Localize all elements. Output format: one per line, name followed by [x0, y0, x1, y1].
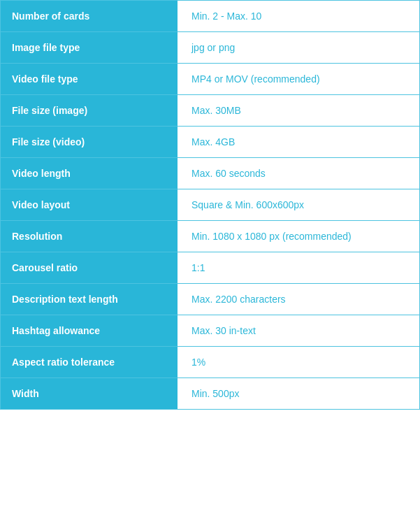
- cell-value: jpg or png: [178, 32, 419, 63]
- specs-table: Number of cardsMin. 2 - Max. 10Image fil…: [0, 0, 420, 410]
- cell-value: 1%: [178, 347, 419, 377]
- table-row: Description text lengthMax. 2200 charact…: [1, 284, 419, 315]
- cell-label: Number of cards: [1, 1, 178, 31]
- cell-label: Carousel ratio: [1, 252, 178, 283]
- table-row: ResolutionMin. 1080 x 1080 px (recommend…: [1, 221, 419, 252]
- table-row: Carousel ratio1:1: [1, 252, 419, 284]
- table-row: File size (image)Max. 30MB: [1, 95, 419, 127]
- cell-value: 1:1: [178, 252, 419, 283]
- cell-value: Max. 60 seconds: [178, 158, 419, 189]
- table-row: Hashtag allowanceMax. 30 in-text: [1, 315, 419, 347]
- cell-label: File size (video): [1, 127, 178, 157]
- table-row: Number of cardsMin. 2 - Max. 10: [1, 1, 419, 32]
- table-row: File size (video)Max. 4GB: [1, 127, 419, 158]
- cell-value: Max. 30 in-text: [178, 315, 419, 346]
- cell-value: Square & Min. 600x600px: [178, 189, 419, 220]
- cell-label: Resolution: [1, 221, 178, 252]
- cell-value: Max. 30MB: [178, 95, 419, 126]
- cell-value: MP4 or MOV (recommended): [178, 64, 419, 94]
- table-row: Video file typeMP4 or MOV (recommended): [1, 64, 419, 95]
- table-row: Video layoutSquare & Min. 600x600px: [1, 189, 419, 221]
- cell-value: Min. 500px: [178, 378, 419, 409]
- table-row: Aspect ratio tolerance1%: [1, 347, 419, 378]
- cell-label: Aspect ratio tolerance: [1, 347, 178, 377]
- cell-label: Video length: [1, 158, 178, 189]
- cell-value: Max. 2200 characters: [178, 284, 419, 315]
- table-row: Image file typejpg or png: [1, 32, 419, 64]
- cell-label: Description text length: [1, 284, 178, 315]
- cell-value: Min. 1080 x 1080 px (recommended): [178, 221, 419, 252]
- cell-label: Hashtag allowance: [1, 315, 178, 346]
- cell-value: Max. 4GB: [178, 127, 419, 157]
- cell-label: Width: [1, 378, 178, 409]
- cell-label: File size (image): [1, 95, 178, 126]
- cell-label: Image file type: [1, 32, 178, 63]
- table-row: Video lengthMax. 60 seconds: [1, 158, 419, 189]
- table-row: WidthMin. 500px: [1, 378, 419, 409]
- cell-value: Min. 2 - Max. 10: [178, 1, 419, 31]
- cell-label: Video layout: [1, 189, 178, 220]
- cell-label: Video file type: [1, 64, 178, 94]
